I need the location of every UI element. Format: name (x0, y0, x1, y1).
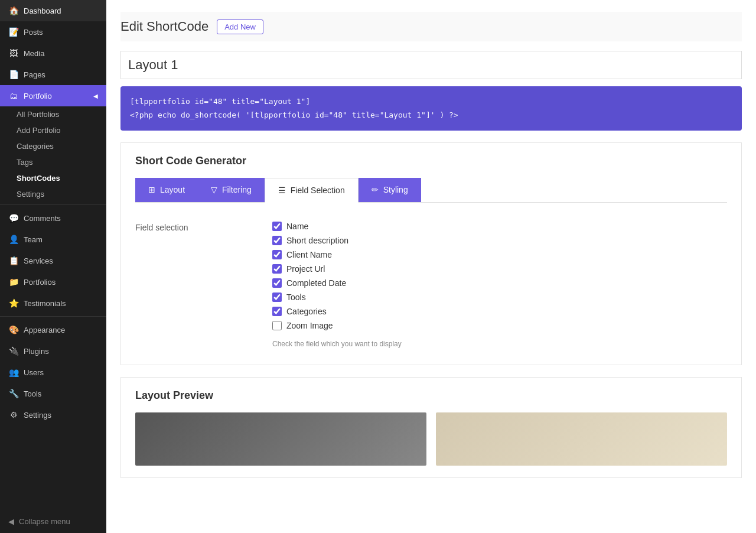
layout-tab-icon: ⊞ (148, 185, 155, 194)
team-icon: 👤 (8, 235, 19, 244)
sidebar-sub-settings[interactable]: Settings (0, 186, 106, 202)
sidebar-item-plugins[interactable]: 🔌 Plugins (0, 340, 106, 362)
comments-icon: 💬 (8, 213, 19, 223)
preview-section: Layout Preview (120, 377, 742, 478)
field-checkboxes: Name Short description Client Name (272, 222, 402, 348)
dashboard-icon: 🏠 (8, 6, 19, 15)
preview-title: Layout Preview (135, 389, 727, 402)
checkbox-tools[interactable] (272, 292, 282, 302)
checkbox-name-label: Name (286, 222, 308, 231)
tab-field-selection[interactable]: ☰ Field Selection (265, 178, 359, 203)
tab-filtering[interactable]: ▽ Filtering (198, 178, 265, 202)
main-content: Edit ShortCode Add New [tlpportfolio id=… (106, 0, 756, 533)
checkbox-row-short-description[interactable]: Short description (272, 236, 402, 245)
sidebar-item-appearance[interactable]: 🎨 Appearance (0, 319, 106, 340)
tab-field-selection-label: Field Selection (291, 186, 345, 195)
sidebar-item-label: Users (24, 368, 44, 377)
sidebar-item-portfolios[interactable]: 📁 Portfolios (0, 271, 106, 292)
collapse-menu-label: Collapse menu (19, 517, 70, 526)
sidebar: 🏠 Dashboard 📝 Posts 🖼 Media 📄 Pages 🗂 Po… (0, 0, 106, 533)
sidebar-item-label: Testimonials (24, 299, 66, 308)
sidebar-item-label: Comments (24, 214, 61, 223)
sidebar-item-media[interactable]: 🖼 Media (0, 43, 106, 64)
sidebar-item-settings[interactable]: ⚙ Settings (0, 404, 106, 425)
checkbox-row-zoom-image[interactable]: Zoom Image (272, 321, 402, 330)
sidebar-item-label: Posts (24, 28, 43, 37)
sidebar-item-team[interactable]: 👤 Team (0, 229, 106, 250)
sidebar-item-label: Portfolios (24, 278, 56, 287)
checkbox-project-url[interactable] (272, 264, 282, 274)
sidebar-item-label: Plugins (24, 347, 49, 356)
settings-icon: ⚙ (8, 410, 19, 420)
sidebar-item-pages[interactable]: 📄 Pages (0, 64, 106, 85)
sidebar-item-portfolio[interactable]: 🗂 Portfolio ◀ (0, 85, 106, 106)
sidebar-sub-tags[interactable]: Tags (0, 154, 106, 170)
code-line-1: [tlpportfolio id="48" title="Layout 1"] (130, 95, 732, 108)
sidebar-item-testimonials[interactable]: ⭐ Testimonials (0, 292, 106, 314)
checkbox-row-client-name[interactable]: Client Name (272, 250, 402, 259)
checkbox-categories-label: Categories (286, 307, 327, 316)
page-title: Edit ShortCode (120, 19, 208, 34)
sidebar-sub-all-portfolios[interactable]: All Portfolios (0, 106, 106, 122)
sidebar-item-dashboard[interactable]: 🏠 Dashboard (0, 0, 106, 21)
checkbox-row-tools[interactable]: Tools (272, 292, 402, 302)
shortcode-title-input[interactable] (120, 51, 742, 79)
sidebar-item-tools[interactable]: 🔧 Tools (0, 383, 106, 404)
checkbox-row-completed-date[interactable]: Completed Date (272, 278, 402, 288)
checkbox-row-categories[interactable]: Categories (272, 307, 402, 316)
checkbox-categories[interactable] (272, 307, 282, 316)
services-icon: 📋 (8, 256, 19, 265)
sidebar-item-label: Settings (24, 411, 51, 420)
checkbox-short-description[interactable] (272, 236, 282, 245)
main-inner: Edit ShortCode Add New [tlpportfolio id=… (106, 0, 756, 533)
field-selection-panel: Field selection Name Short description (135, 217, 727, 353)
sidebar-sub-shortcodes[interactable]: ShortCodes (0, 170, 106, 186)
preview-card-2 (436, 412, 727, 466)
portfolio-icon: 🗂 (8, 91, 19, 100)
checkbox-row-project-url[interactable]: Project Url (272, 264, 402, 274)
sidebar-item-label: Tools (24, 389, 41, 398)
chevron-right-icon: ◀ (93, 93, 98, 99)
generator-section: Short Code Generator ⊞ Layout ▽ Filterin… (120, 142, 742, 365)
sidebar-item-label: Pages (24, 70, 45, 79)
field-hint: Check the field which you want to displa… (272, 340, 402, 348)
checkbox-short-description-label: Short description (286, 236, 348, 245)
checkbox-project-url-label: Project Url (286, 264, 325, 274)
add-new-button[interactable]: Add New (217, 20, 263, 34)
sidebar-item-label: Services (24, 256, 53, 265)
checkbox-zoom-image[interactable] (272, 321, 282, 330)
appearance-icon: 🎨 (8, 325, 19, 334)
tab-layout[interactable]: ⊞ Layout (135, 178, 198, 202)
checkbox-name[interactable] (272, 222, 282, 231)
checkbox-tools-label: Tools (286, 292, 306, 302)
code-line-2: <?php echo do_shortcode( '[tlpportfolio … (130, 108, 732, 122)
checkbox-client-name-label: Client Name (286, 250, 332, 259)
sidebar-item-label: Team (24, 235, 43, 244)
code-block: [tlpportfolio id="48" title="Layout 1"] … (120, 86, 742, 131)
sidebar-sub-add-portfolio[interactable]: Add Portfolio (0, 122, 106, 138)
filtering-tab-icon: ▽ (211, 185, 217, 194)
sidebar-item-users[interactable]: 👥 Users (0, 362, 106, 383)
sidebar-item-posts[interactable]: 📝 Posts (0, 21, 106, 43)
tools-icon: 🔧 (8, 389, 19, 398)
tab-styling-label: Styling (383, 185, 408, 194)
media-icon: 🖼 (8, 48, 19, 58)
sidebar-item-services[interactable]: 📋 Services (0, 250, 106, 271)
sidebar-item-label: Appearance (24, 326, 65, 334)
checkbox-zoom-image-label: Zoom Image (286, 321, 333, 330)
posts-icon: 📝 (8, 27, 19, 37)
pages-icon: 📄 (8, 70, 19, 79)
tabs-bar: ⊞ Layout ▽ Filtering ☰ Field Selection ✏… (135, 178, 727, 203)
collapse-menu-button[interactable]: ◀ Collapse menu (0, 510, 106, 533)
checkbox-completed-date[interactable] (272, 278, 282, 288)
checkbox-row-name[interactable]: Name (272, 222, 402, 231)
tab-layout-label: Layout (160, 185, 185, 194)
sidebar-sub-categories[interactable]: Categories (0, 138, 106, 154)
generator-title: Short Code Generator (135, 155, 727, 167)
checkbox-client-name[interactable] (272, 250, 282, 259)
checkboxes-container: Name Short description Client Name (272, 222, 402, 348)
testimonials-icon: ⭐ (8, 298, 19, 308)
tab-styling[interactable]: ✏ Styling (359, 178, 421, 202)
sidebar-item-comments[interactable]: 💬 Comments (0, 207, 106, 229)
tab-filtering-label: Filtering (222, 185, 252, 194)
